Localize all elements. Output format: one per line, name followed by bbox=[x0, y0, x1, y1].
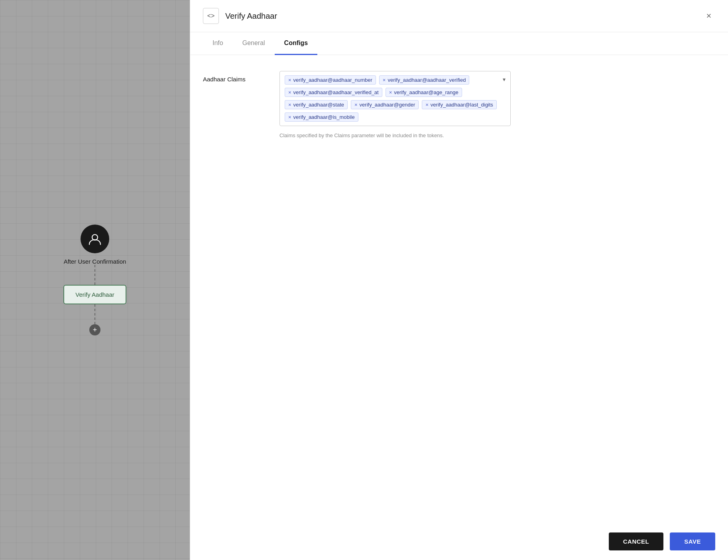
save-button[interactable]: SAVE bbox=[670, 532, 715, 550]
tag-remove-icon[interactable]: × bbox=[288, 90, 291, 95]
tag-remove-icon[interactable]: × bbox=[354, 102, 358, 107]
add-node-button[interactable]: + bbox=[89, 324, 100, 335]
tag-state: × verify_aadhaar@state bbox=[285, 100, 348, 109]
tag-remove-icon[interactable]: × bbox=[288, 102, 291, 107]
code-icon: <> bbox=[207, 12, 215, 20]
dialog-footer: CANCEL SAVE bbox=[190, 523, 728, 560]
tag-remove-icon[interactable]: × bbox=[288, 77, 291, 83]
claims-help-text: Claims specified by the Claims parameter… bbox=[279, 132, 715, 138]
user-circle bbox=[81, 225, 109, 253]
tag-last-digits: × verify_aadhaar@last_digits bbox=[422, 100, 497, 109]
tab-general[interactable]: General bbox=[233, 32, 275, 55]
dialog-content: Aadhaar Claims × verify_aadhaar@aadhaar_… bbox=[190, 55, 728, 523]
dialog-title: Verify Aadhaar bbox=[225, 12, 696, 21]
tag-remove-icon[interactable]: × bbox=[389, 90, 392, 95]
tag-is-mobile: × verify_aadhaar@is_mobile bbox=[285, 112, 358, 122]
user-icon bbox=[88, 232, 102, 246]
user-node: After User Confirmation bbox=[64, 225, 126, 265]
tab-info[interactable]: Info bbox=[203, 32, 233, 55]
dialog-panel: <> Verify Aadhaar × Info General Configs… bbox=[190, 0, 728, 560]
close-button[interactable]: × bbox=[702, 10, 715, 22]
tag-age-range: × verify_aadhaar@age_range bbox=[386, 88, 462, 97]
tag-aadhaar-number: × verify_aadhaar@aadhaar_number bbox=[285, 75, 376, 85]
tag-aadhaar-verified: × verify_aadhaar@aadhaar_verified bbox=[379, 75, 470, 85]
workflow-nodes: After User Confirmation Verify Aadhaar + bbox=[0, 0, 190, 560]
connector-bottom bbox=[94, 304, 95, 324]
tag-aadhaar-verified-at: × verify_aadhaar@aadhaar_verified_at bbox=[285, 88, 382, 97]
tag-gender: × verify_aadhaar@gender bbox=[351, 100, 419, 109]
code-icon-box: <> bbox=[203, 8, 219, 24]
tag-remove-icon[interactable]: × bbox=[425, 102, 429, 107]
aadhaar-claims-label: Aadhaar Claims bbox=[203, 71, 267, 83]
workflow-canvas: After User Confirmation Verify Aadhaar + bbox=[0, 0, 190, 560]
tab-configs[interactable]: Configs bbox=[275, 32, 318, 55]
connector-top bbox=[94, 265, 95, 285]
user-node-label: After User Confirmation bbox=[64, 258, 126, 265]
dialog-header: <> Verify Aadhaar × bbox=[190, 0, 728, 32]
claims-multiselect[interactable]: × verify_aadhaar@aadhaar_number × verify… bbox=[279, 71, 511, 126]
tag-remove-icon[interactable]: × bbox=[383, 77, 386, 83]
close-icon: × bbox=[706, 11, 712, 21]
verify-aadhaar-node[interactable]: Verify Aadhaar bbox=[63, 285, 126, 304]
cancel-button[interactable]: CANCEL bbox=[609, 532, 664, 550]
aadhaar-claims-row: Aadhaar Claims × verify_aadhaar@aadhaar_… bbox=[203, 71, 715, 126]
tabs-bar: Info General Configs bbox=[190, 32, 728, 55]
tag-remove-icon[interactable]: × bbox=[288, 114, 291, 120]
dropdown-arrow-icon: ▾ bbox=[503, 76, 506, 83]
